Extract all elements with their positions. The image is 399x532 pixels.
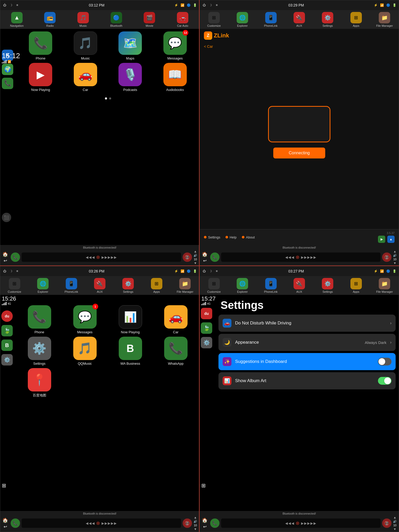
power-icon-q4[interactable]: ⏻ xyxy=(202,269,207,274)
hangup-btn-q3[interactable]: 📵 xyxy=(183,518,192,528)
app-phone[interactable]: 📞 Phone xyxy=(19,31,62,60)
vol-up-q4[interactable]: ▲ xyxy=(393,516,396,519)
zlink-help-btn[interactable]: Help xyxy=(225,235,237,239)
settings-item-appearance[interactable]: 🌙 Appearance Always Dark › xyxy=(218,334,396,351)
nav-explorer-q2[interactable]: 🌐 Explorer xyxy=(233,12,251,27)
settings-item-dnd[interactable]: 🚗 Do Not Disturb While Driving › xyxy=(218,315,396,332)
app-whatsapp-q3[interactable]: 📞 WhatsApp xyxy=(154,337,197,365)
suggestions-toggle[interactable] xyxy=(378,358,391,365)
nav-bluetooth[interactable]: 🔵 Bluetooth xyxy=(107,12,125,27)
nav-phonelink-q4[interactable]: 📱 PhoneLink xyxy=(262,278,280,293)
hangup-btn-q2[interactable]: 📵 xyxy=(382,252,391,262)
app-nowplaying[interactable]: ▶ Now Playing xyxy=(19,63,62,92)
nav-aux-q3[interactable]: 🔌 AUX xyxy=(91,278,109,293)
answer-btn-q4[interactable]: 📞 xyxy=(210,518,220,528)
nav-customize-q2[interactable]: ⊞ Customize xyxy=(205,12,223,27)
home-icon-q4[interactable]: 🏠 xyxy=(202,517,208,523)
app-settings-q3[interactable]: ⚙️ Settings xyxy=(18,337,61,365)
sidebar-wa-icon-q3[interactable]: B xyxy=(1,340,13,351)
settings-item-albumart[interactable]: 📊 Show Album Art xyxy=(218,372,396,389)
power-icon[interactable]: ⏻ xyxy=(2,3,7,8)
nav-apps-q2[interactable]: ⊞ Apps xyxy=(347,12,365,27)
nav-filemanager-q3[interactable]: 📁 File Manager xyxy=(176,278,194,293)
app-wabusiness-q3[interactable]: B WA Business xyxy=(109,337,152,365)
answer-btn-q1[interactable]: 📞 xyxy=(11,252,20,262)
brightness-icon-q3[interactable]: ☀ xyxy=(15,269,19,274)
vol-up-arrow[interactable]: ▲ xyxy=(194,250,197,253)
moon-icon-q4[interactable]: ☽ xyxy=(208,269,213,274)
zlink-footer-nav-icon[interactable]: ▶ xyxy=(378,236,385,243)
nav-filemanager-q4[interactable]: 📁 File Manager xyxy=(375,278,394,293)
hangup-btn-q1[interactable]: 📵 xyxy=(183,252,192,262)
back-nav-q2[interactable]: < Car xyxy=(200,42,399,51)
zlink-settings-btn[interactable]: Settings xyxy=(204,235,220,239)
nav-phonelink-q3[interactable]: 📱 PhoneLink xyxy=(62,278,81,293)
vol-up-q3[interactable]: ▲ xyxy=(194,516,197,519)
grid-icon-q4[interactable]: ⊞ xyxy=(201,482,206,489)
sidebar-angrybird-icon-q4[interactable]: 🍃 xyxy=(201,322,212,334)
sidebar-du-icon-q4[interactable]: du xyxy=(201,308,212,319)
nav-radio[interactable]: 📻 Radio xyxy=(41,12,59,27)
zlink-about-btn[interactable]: About xyxy=(242,235,255,239)
app-maps[interactable]: 🗺️ Maps xyxy=(109,31,151,60)
app-podcasts[interactable]: 🎙️ Podcasts xyxy=(109,63,151,92)
vol-down-q4[interactable]: ▼ xyxy=(393,527,396,531)
home-icon-q3[interactable]: 🏠 xyxy=(2,517,8,523)
hangup-btn-q4[interactable]: 📵 xyxy=(382,518,391,528)
nav-customize-q4[interactable]: ⊞ Customize xyxy=(205,278,223,293)
zlink-footer-arrow-icon[interactable]: ▲ xyxy=(387,236,395,243)
back-icon-q1[interactable]: ↩ xyxy=(4,258,7,263)
home-icon-q2[interactable]: 🏠 xyxy=(202,251,208,257)
vol-up-q2[interactable]: ▲ xyxy=(393,250,396,253)
app-messages[interactable]: 💬 13 Messages xyxy=(154,31,196,60)
app-car[interactable]: 🚗 Car xyxy=(64,63,107,92)
power-icon-q3[interactable]: ⏻ xyxy=(2,269,7,274)
nav-settings-q2[interactable]: ⚙️ Settings xyxy=(318,12,337,27)
connecting-button[interactable]: Connecting xyxy=(273,148,325,158)
vol-down-q2[interactable]: ▼ xyxy=(393,261,396,265)
sidebar-settings-icon-q3[interactable]: ⚙️ xyxy=(1,354,13,365)
nav-movie[interactable]: 🎬 Movie xyxy=(140,12,158,27)
power-icon-q2[interactable]: ⏻ xyxy=(202,3,207,8)
vol-down-arrow[interactable]: ▼ xyxy=(194,261,197,265)
settings-item-suggestions[interactable]: ✨ Suggestions in Dashboard xyxy=(218,353,396,370)
nav-aux-q4[interactable]: 🔌 AUX xyxy=(290,278,308,293)
sidebar-angrybirds-icon-q3[interactable]: 🍃 xyxy=(1,325,13,336)
nav-explorer-q3[interactable]: 🌐 Explorer xyxy=(34,278,52,293)
albumart-toggle[interactable] xyxy=(378,377,391,385)
nav-customize-q3[interactable]: ⊞ Customize xyxy=(5,278,24,293)
nav-apps-q4[interactable]: ⊞ Apps xyxy=(347,278,365,293)
home-icon-q1[interactable]: 🏠 xyxy=(2,251,8,257)
back-icon-q2[interactable]: ↩ xyxy=(203,258,207,263)
back-icon-q4[interactable]: ↩ xyxy=(203,524,207,529)
nav-navigation[interactable]: ▲ Navigation xyxy=(8,12,26,27)
back-icon-q3[interactable]: ↩ xyxy=(4,524,7,529)
stop-btn[interactable]: ⬛ xyxy=(2,213,11,222)
nav-music[interactable]: 🎵 Music xyxy=(74,12,92,27)
nav-apps-q3[interactable]: ⊞ Apps xyxy=(148,278,166,293)
answer-btn-q2[interactable]: 📞 xyxy=(210,252,220,262)
app-audiobooks[interactable]: 📖 Audiobooks xyxy=(154,63,196,92)
sidebar-stop-icon[interactable]: ⬛ xyxy=(2,213,11,222)
brightness-icon-q2[interactable]: ☀ xyxy=(214,3,219,8)
nav-aux-q2[interactable]: 🔌 AUX xyxy=(290,12,308,27)
nav-carauto[interactable]: 🚗 Car Auto xyxy=(174,12,192,27)
moon-icon-q2[interactable]: ☽ xyxy=(208,3,213,8)
app-nowplaying-q3[interactable]: 📊 Now Playing xyxy=(109,305,152,334)
moon-icon-q3[interactable]: ☽ xyxy=(9,269,13,274)
app-messages-q3[interactable]: 💬 1 Messages xyxy=(63,305,106,334)
answer-btn-q3[interactable]: 📞 xyxy=(11,518,20,528)
sidebar-settings2-icon-q4[interactable]: ⚙️ xyxy=(201,337,212,348)
sidebar-maps-icon[interactable]: 🌍 xyxy=(2,64,13,75)
app-music[interactable]: 🎵 Music xyxy=(64,31,107,60)
nav-settings-q4[interactable]: ⚙️ Settings xyxy=(318,278,337,293)
brightness-icon-q4[interactable]: ☀ xyxy=(214,269,219,274)
nav-settings-q3[interactable]: ⚙️ Settings xyxy=(119,278,137,293)
sidebar-phone-icon[interactable]: 📞 xyxy=(2,78,13,89)
nav-explorer-q4[interactable]: 🌐 Explorer xyxy=(233,278,251,293)
vol-down-q3[interactable]: ▼ xyxy=(194,527,197,531)
app-baidumap-q3[interactable]: 📍 百度地图 xyxy=(18,368,61,398)
app-qqmusic-q3[interactable]: 🎵 QQMusic xyxy=(63,337,106,365)
brightness-icon[interactable]: ☀ xyxy=(15,3,19,8)
moon-icon[interactable]: ☽ xyxy=(9,3,13,8)
